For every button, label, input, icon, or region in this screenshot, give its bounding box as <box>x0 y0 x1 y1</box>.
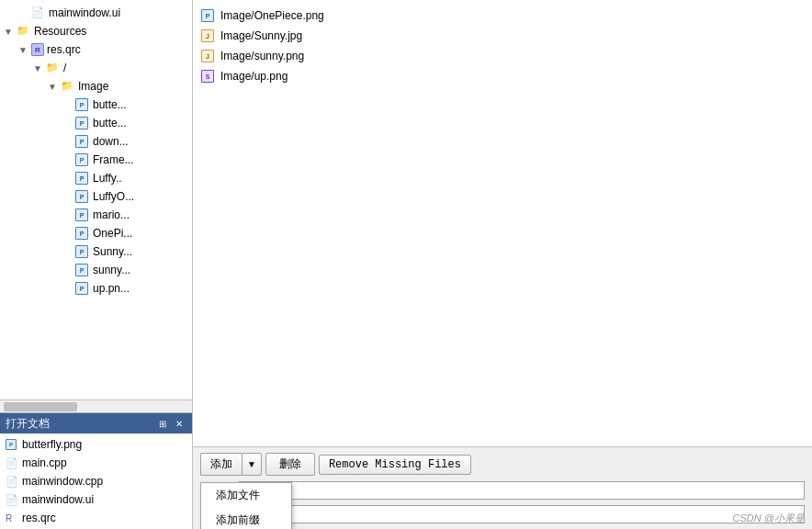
doc-icon: 📄 <box>6 476 18 488</box>
file-icon: P <box>75 117 90 129</box>
tree-item-sunny1[interactable]: P Sunny... <box>0 242 192 261</box>
tree-item-resources[interactable]: ▼ 📁 Resources <box>0 22 192 40</box>
tree-label: Sunny... <box>93 245 132 258</box>
prefix-input[interactable] <box>239 481 805 500</box>
add-dropdown-menu: 添加文件 添加前缀 <box>200 482 292 529</box>
tree-item-butterfly1[interactable]: P butte... <box>0 96 192 114</box>
tree-item-image-folder[interactable]: ▼ 📁 Image <box>0 77 192 96</box>
language-input[interactable] <box>239 505 805 523</box>
left-panel: 📄 mainwindow.ui ▼ 📁 Resources ▼ R res.qr… <box>0 0 193 529</box>
right-file-onepiece[interactable]: P Image/OnePiece.png <box>200 6 805 26</box>
tree-label: sunny... <box>93 264 130 276</box>
bottom-toolbar: 添加 ▼ 添加文件 添加前缀 删除 Remove Missing Files 前… <box>193 446 812 529</box>
open-docs-header: 打开文档 ⊞ ✕ <box>0 413 192 433</box>
file-icon: P <box>75 172 90 185</box>
tree-arrow: ▼ <box>33 63 46 73</box>
file-label: Image/Sunny.jpg <box>220 29 302 42</box>
file-icon: P <box>75 153 90 166</box>
tree-label: butte... <box>93 98 127 111</box>
file-icon: P <box>200 8 215 23</box>
watermark: CSDN @小果曼 <box>733 512 805 525</box>
open-doc-res-qrc[interactable]: R res.qrc <box>0 509 192 527</box>
tree-label: OnePi... <box>93 227 132 240</box>
tree-arrow: ▼ <box>18 45 31 55</box>
doc-icon: 📄 <box>6 494 18 506</box>
file-tree[interactable]: 📄 mainwindow.ui ▼ 📁 Resources ▼ R res.qr… <box>0 0 192 400</box>
add-button-container: 添加 ▼ 添加文件 添加前缀 <box>200 453 262 476</box>
folder-icon: 📁 <box>17 25 31 38</box>
doc-label: mainwindow.cpp <box>22 475 103 488</box>
file-label: Image/OnePiece.png <box>220 9 324 22</box>
file-label: Image/sunny.png <box>220 50 304 62</box>
tree-label: up.pn... <box>93 282 130 295</box>
add-prefix-option[interactable]: 添加前缀 <box>201 508 291 529</box>
open-docs-title: 打开文档 <box>6 416 155 432</box>
doc-label: res.qrc <box>22 512 56 524</box>
doc-label: mainwindow.ui <box>22 493 94 506</box>
folder-icon: 📁 <box>61 80 75 93</box>
toolbar-buttons-row: 添加 ▼ 添加文件 添加前缀 删除 Remove Missing Files <box>200 453 805 476</box>
tree-label: Frame... <box>93 153 134 166</box>
tree-item-luffy1[interactable]: P Luffy.. <box>0 169 192 187</box>
file-icon: P <box>75 135 90 148</box>
res-icon: R <box>31 43 44 56</box>
doc-icon: R <box>6 513 18 523</box>
doc-icon: P <box>6 439 18 450</box>
tree-label: LuffyO... <box>93 190 134 203</box>
add-dropdown-arrow[interactable]: ▼ <box>242 453 262 476</box>
float-icon[interactable]: ⊞ <box>155 416 170 431</box>
tree-item-slash[interactable]: ▼ 📁 / <box>0 59 192 77</box>
tree-item-mario[interactable]: P mario... <box>0 206 192 224</box>
doc-label: butterfly.png <box>22 438 82 451</box>
delete-button[interactable]: 删除 <box>265 453 315 476</box>
horizontal-scrollbar[interactable] <box>0 400 192 412</box>
scrollbar-thumb[interactable] <box>4 402 77 411</box>
remove-missing-button[interactable]: Remove Missing Files <box>319 455 471 475</box>
tree-item-sunny2[interactable]: P sunny... <box>0 261 192 279</box>
tree-item-mainwindow-ui[interactable]: 📄 mainwindow.ui <box>0 4 192 22</box>
tree-label: res.qrc <box>47 43 81 56</box>
file-icon: P <box>75 208 90 221</box>
right-file-sunny-jpg[interactable]: J Image/Sunny.jpg <box>200 26 805 46</box>
folder-icon: 📁 <box>46 62 61 74</box>
tree-item-onepiece[interactable]: P OnePi... <box>0 224 192 242</box>
file-ui-icon: 📄 <box>31 6 46 19</box>
right-file-sunny-png[interactable]: J Image/sunny.png <box>200 46 805 66</box>
tree-item-luffy2[interactable]: P LuffyO... <box>0 187 192 206</box>
right-panel: P Image/OnePiece.png J Image/Sunny.jpg J… <box>193 0 812 529</box>
dropdown-arrow-icon: ▼ <box>247 459 256 469</box>
file-icon: J <box>200 28 215 43</box>
file-icon: P <box>75 282 90 295</box>
right-file-list: P Image/OnePiece.png J Image/Sunny.jpg J… <box>193 0 812 446</box>
add-button[interactable]: 添加 <box>200 453 242 476</box>
open-docs-panel: 打开文档 ⊞ ✕ P butterfly.png 📄 main.cpp 📄 ma… <box>0 412 192 529</box>
doc-icon: 📄 <box>6 457 18 469</box>
open-doc-butterfly[interactable]: P butterfly.png <box>0 435 192 454</box>
tree-label: / <box>63 62 66 74</box>
file-icon: J <box>200 49 215 63</box>
add-file-option[interactable]: 添加文件 <box>201 483 291 508</box>
file-icon: P <box>75 227 90 240</box>
close-icon[interactable]: ✕ <box>172 416 186 431</box>
file-icon: S <box>200 69 215 84</box>
file-label: Image/up.png <box>220 70 288 83</box>
file-icon: P <box>75 245 90 258</box>
tree-item-frame[interactable]: P Frame... <box>0 151 192 169</box>
tree-item-butterfly2[interactable]: P butte... <box>0 114 192 132</box>
tree-label: mario... <box>93 208 130 221</box>
tree-arrow: ▼ <box>48 82 61 92</box>
tree-label: mainwindow.ui <box>49 6 120 19</box>
header-icons: ⊞ ✕ <box>155 416 186 431</box>
open-doc-mainwindow-cpp[interactable]: 📄 mainwindow.cpp <box>0 472 192 490</box>
open-docs-list: P butterfly.png 📄 main.cpp 📄 mainwindow.… <box>0 433 192 529</box>
file-icon: P <box>75 190 90 203</box>
tree-label: butte... <box>93 117 127 129</box>
open-doc-main-cpp[interactable]: 📄 main.cpp <box>0 454 192 472</box>
tree-label: down... <box>93 135 129 148</box>
tree-item-up[interactable]: P up.pn... <box>0 279 192 298</box>
right-file-up[interactable]: S Image/up.png <box>200 66 805 86</box>
tree-item-down[interactable]: P down... <box>0 132 192 151</box>
tree-label: Resources <box>34 25 86 38</box>
open-doc-mainwindow-ui[interactable]: 📄 mainwindow.ui <box>0 490 192 509</box>
tree-item-res-qrc[interactable]: ▼ R res.qrc <box>0 40 192 59</box>
